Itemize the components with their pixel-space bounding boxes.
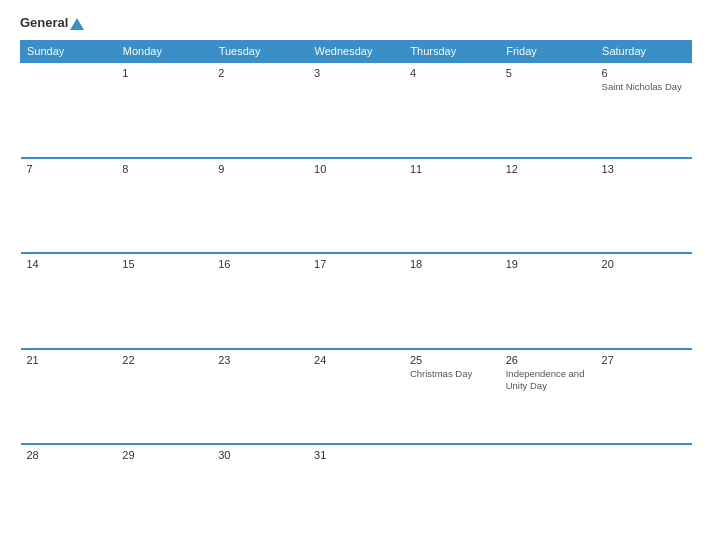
day-number: 1 xyxy=(122,67,206,79)
calendar-cell: 11 xyxy=(404,158,500,254)
week-row-2: 78910111213 xyxy=(21,158,692,254)
day-number: 10 xyxy=(314,163,398,175)
calendar-cell: 9 xyxy=(212,158,308,254)
col-header-monday: Monday xyxy=(116,41,212,63)
logo-triangle-icon xyxy=(70,18,84,30)
day-number: 20 xyxy=(602,258,686,270)
day-number: 18 xyxy=(410,258,494,270)
day-number: 2 xyxy=(218,67,302,79)
calendar-cell: 1 xyxy=(116,62,212,158)
calendar-cell: 25Christmas Day xyxy=(404,349,500,445)
calendar-cell: 19 xyxy=(500,253,596,349)
day-number: 13 xyxy=(602,163,686,175)
calendar-table: SundayMondayTuesdayWednesdayThursdayFrid… xyxy=(20,40,692,540)
day-number: 26 xyxy=(506,354,590,366)
day-number: 21 xyxy=(27,354,111,366)
logo-general-text: General xyxy=(20,16,84,30)
calendar-cell: 2 xyxy=(212,62,308,158)
calendar-cell xyxy=(21,62,117,158)
calendar-cell xyxy=(596,444,692,540)
calendar-cell: 27 xyxy=(596,349,692,445)
calendar-header: SundayMondayTuesdayWednesdayThursdayFrid… xyxy=(21,41,692,63)
calendar-cell: 5 xyxy=(500,62,596,158)
day-number: 19 xyxy=(506,258,590,270)
calendar-cell: 24 xyxy=(308,349,404,445)
day-number: 6 xyxy=(602,67,686,79)
day-number: 8 xyxy=(122,163,206,175)
holiday-label: Independence and Unity Day xyxy=(506,368,590,393)
calendar-cell: 20 xyxy=(596,253,692,349)
week-row-5: 28293031 xyxy=(21,444,692,540)
calendar-cell: 6Saint Nicholas Day xyxy=(596,62,692,158)
week-row-3: 14151617181920 xyxy=(21,253,692,349)
day-number: 5 xyxy=(506,67,590,79)
calendar-cell: 10 xyxy=(308,158,404,254)
calendar-cell: 12 xyxy=(500,158,596,254)
day-number: 31 xyxy=(314,449,398,461)
calendar-cell: 8 xyxy=(116,158,212,254)
day-number: 3 xyxy=(314,67,398,79)
calendar-cell xyxy=(404,444,500,540)
calendar-cell: 13 xyxy=(596,158,692,254)
day-number: 25 xyxy=(410,354,494,366)
logo: General xyxy=(20,16,84,30)
week-row-1: 123456Saint Nicholas Day xyxy=(21,62,692,158)
calendar-cell: 14 xyxy=(21,253,117,349)
day-number: 23 xyxy=(218,354,302,366)
day-number: 28 xyxy=(27,449,111,461)
week-row-4: 2122232425Christmas Day26Independence an… xyxy=(21,349,692,445)
calendar-cell: 16 xyxy=(212,253,308,349)
holiday-label: Christmas Day xyxy=(410,368,494,380)
calendar-body: 123456Saint Nicholas Day7891011121314151… xyxy=(21,62,692,540)
header: General xyxy=(20,16,692,30)
day-number: 4 xyxy=(410,67,494,79)
day-number: 27 xyxy=(602,354,686,366)
day-number: 30 xyxy=(218,449,302,461)
day-number: 29 xyxy=(122,449,206,461)
calendar-cell: 26Independence and Unity Day xyxy=(500,349,596,445)
calendar-cell: 3 xyxy=(308,62,404,158)
day-number: 15 xyxy=(122,258,206,270)
calendar-cell: 18 xyxy=(404,253,500,349)
col-header-sunday: Sunday xyxy=(21,41,117,63)
day-number: 17 xyxy=(314,258,398,270)
col-header-saturday: Saturday xyxy=(596,41,692,63)
calendar-cell: 21 xyxy=(21,349,117,445)
holiday-label: Saint Nicholas Day xyxy=(602,81,686,93)
calendar-cell: 4 xyxy=(404,62,500,158)
col-header-wednesday: Wednesday xyxy=(308,41,404,63)
calendar-cell: 15 xyxy=(116,253,212,349)
day-number: 7 xyxy=(27,163,111,175)
calendar-cell: 28 xyxy=(21,444,117,540)
col-header-thursday: Thursday xyxy=(404,41,500,63)
calendar-cell: 31 xyxy=(308,444,404,540)
page: General SundayMondayTuesdayWednesdayThur… xyxy=(0,0,712,550)
calendar-cell: 17 xyxy=(308,253,404,349)
day-number: 14 xyxy=(27,258,111,270)
days-of-week-row: SundayMondayTuesdayWednesdayThursdayFrid… xyxy=(21,41,692,63)
day-number: 16 xyxy=(218,258,302,270)
calendar-cell: 7 xyxy=(21,158,117,254)
day-number: 22 xyxy=(122,354,206,366)
day-number: 9 xyxy=(218,163,302,175)
col-header-friday: Friday xyxy=(500,41,596,63)
col-header-tuesday: Tuesday xyxy=(212,41,308,63)
day-number: 12 xyxy=(506,163,590,175)
calendar-cell: 30 xyxy=(212,444,308,540)
calendar-cell xyxy=(500,444,596,540)
calendar-cell: 23 xyxy=(212,349,308,445)
calendar-cell: 29 xyxy=(116,444,212,540)
calendar-cell: 22 xyxy=(116,349,212,445)
day-number: 24 xyxy=(314,354,398,366)
day-number: 11 xyxy=(410,163,494,175)
